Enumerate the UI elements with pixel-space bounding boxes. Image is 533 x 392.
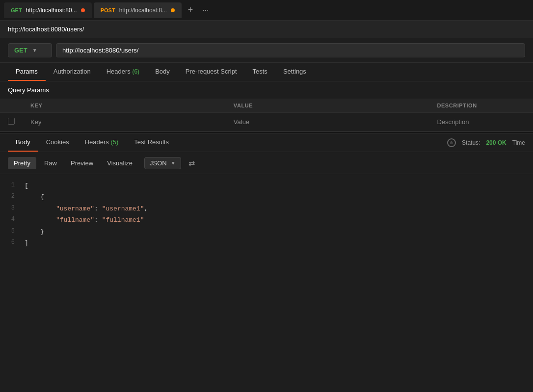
row-desc-input[interactable]: Description [429, 113, 533, 131]
more-tabs-button[interactable]: ··· [199, 4, 212, 17]
tab-body[interactable]: Body [147, 63, 178, 81]
response-tab-body[interactable]: Body [8, 133, 38, 152]
code-line-5: 5 } [0, 226, 533, 237]
tab-get-url: http://localhost:80... [26, 7, 77, 14]
tab-get-method: GET [11, 7, 22, 13]
tab-get-dot [81, 8, 85, 12]
method-dropdown[interactable]: GET ▼ [8, 43, 52, 57]
checkbox-col-header [0, 99, 23, 113]
format-bar: Pretty Raw Preview Visualize JSON ▼ ⇄ [0, 152, 533, 174]
key-col-header: KEY [23, 99, 226, 113]
response-tab-headers[interactable]: Headers (5) [77, 133, 127, 152]
response-tab-test-results[interactable]: Test Results [126, 133, 177, 152]
row-value-input[interactable]: Value [226, 113, 429, 131]
tab-settings[interactable]: Settings [275, 63, 314, 81]
desc-col-header: DESCRIPTION [429, 99, 533, 113]
status-label: Status: [462, 139, 480, 146]
tab-pre-request-script[interactable]: Pre-request Script [178, 63, 245, 81]
code-line-3: 3 "username": "username1", [0, 203, 533, 214]
chevron-down-icon: ▼ [32, 48, 37, 53]
table-row: Key Value Description [0, 113, 533, 131]
params-table: KEY VALUE DESCRIPTION Key Value Descript… [0, 99, 533, 131]
format-tab-pretty[interactable]: Pretty [8, 157, 36, 169]
time-label: Time [512, 139, 525, 146]
globe-icon: ⊕ [447, 138, 456, 147]
format-tab-raw[interactable]: Raw [38, 157, 63, 169]
code-line-1: 1 [ [0, 180, 533, 191]
tab-post-url: http://localhost:8... [119, 7, 167, 14]
code-area: 1 [ 2 { 3 "username": "username1", 4 "fu… [0, 174, 533, 255]
chevron-down-icon: ▼ [171, 160, 176, 166]
tab-post[interactable]: POST http://localhost:8... [94, 2, 182, 18]
tab-authorization[interactable]: Authorization [46, 63, 99, 81]
request-bar: GET ▼ [0, 38, 533, 63]
tab-get[interactable]: GET http://localhost:80... [4, 2, 92, 18]
tab-post-method: POST [101, 7, 115, 13]
tab-headers[interactable]: Headers (6) [99, 63, 147, 81]
format-tab-preview[interactable]: Preview [65, 157, 99, 169]
add-tab-button[interactable]: + [184, 3, 197, 17]
tab-params[interactable]: Params [8, 63, 46, 81]
response-tab-cookies[interactable]: Cookies [38, 133, 77, 152]
wrap-icon[interactable]: ⇄ [185, 156, 199, 170]
value-col-header: VALUE [226, 99, 429, 113]
format-tab-visualize[interactable]: Visualize [101, 157, 138, 169]
address-bar: http://localhost:8080/users/ [0, 21, 533, 38]
status-code: 200 OK [486, 139, 506, 146]
format-type-select[interactable]: JSON ▼ [144, 157, 181, 169]
response-bar: Body Cookies Headers (5) Test Results ⊕ … [0, 133, 533, 152]
method-label: GET [14, 47, 27, 54]
code-line-6: 6 ] [0, 237, 533, 249]
code-line-4: 4 "fullname": "fullname1" [0, 214, 533, 226]
row-key-input[interactable]: Key [23, 113, 226, 131]
response-status: ⊕ Status: 200 OK Time [447, 138, 525, 147]
headers-badge: (6) [132, 68, 139, 75]
row-checkbox[interactable] [0, 113, 23, 131]
address-url: http://localhost:8080/users/ [8, 26, 84, 33]
tab-post-dot [171, 8, 175, 12]
query-params-header: Query Params [0, 81, 533, 99]
tab-tests[interactable]: Tests [245, 63, 275, 81]
tab-bar: GET http://localhost:80... POST http://l… [0, 0, 533, 21]
checkbox-icon [8, 118, 15, 125]
url-input[interactable] [56, 43, 525, 57]
request-tabs-nav: Params Authorization Headers (6) Body Pr… [0, 63, 533, 81]
response-headers-badge: (5) [110, 138, 118, 146]
code-line-2: 2 { [0, 191, 533, 203]
